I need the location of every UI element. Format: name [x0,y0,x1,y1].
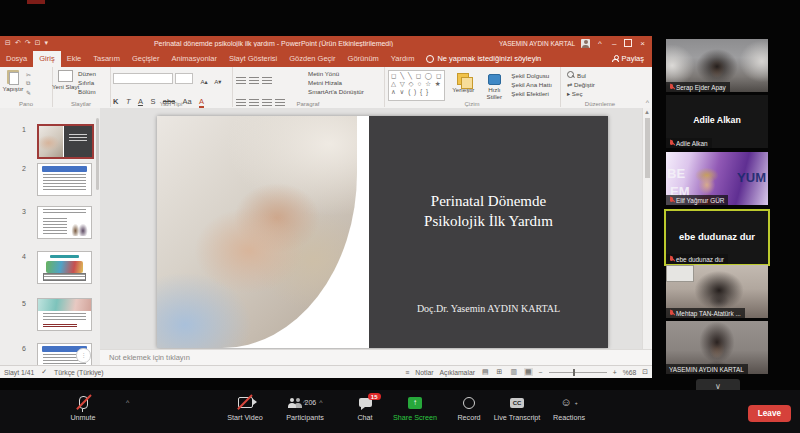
copy-icon[interactable]: ⧉ [26,80,31,87]
tab-yardim[interactable]: Yardım [385,51,421,67]
participant-tile[interactable]: Mehtap TAN-Atatürk ... [666,265,768,318]
participants-chevron[interactable]: ^ [319,399,322,406]
shape-fill-button[interactable]: Şekil Dolgusu [511,72,552,79]
notes-area[interactable]: Not eklemek için tıklayın [100,349,652,365]
replace-label: Değiştir [574,81,595,88]
ribbon-display-options-icon[interactable]: ^ [596,39,604,48]
redo-icon[interactable]: ↷ [25,39,31,47]
paste-button[interactable]: Yapıştır [0,67,26,96]
view-normal-icon[interactable]: ▤ [481,368,490,376]
shape-outline-button[interactable]: Şekil Ana Hattı [511,81,552,88]
save-icon[interactable]: ⊟ [5,39,11,47]
slide-thumbnail-2[interactable] [37,163,92,196]
participant-tile-active-speaker[interactable]: ebe dudunaz dur ebe dudunaz dur [664,209,770,266]
participant-name-label: Serap Ejder Apay [666,82,730,92]
zoom-out-icon[interactable]: − [539,369,543,376]
fit-to-window-icon[interactable]: ⊡ [642,368,648,376]
tab-gozden-gecir[interactable]: Gözden Geçir [283,51,341,67]
text-direction-button[interactable]: Metin Yönü [308,70,364,77]
participant-tile[interactable]: BE EM YUM Elif Yağmur GÜR [666,152,768,205]
indent-icon[interactable] [262,77,272,85]
align-text-button[interactable]: Metni Hizala [308,79,364,86]
cut-icon[interactable]: ✂ [26,71,31,78]
leave-button[interactable]: Leave [748,405,791,422]
tab-giris[interactable]: Giriş [33,51,60,67]
format-painter-icon[interactable]: ✎ [26,89,31,96]
slide-thumbnail-3[interactable] [37,206,92,239]
thumb-image [38,299,91,311]
find-button[interactable]: Bul [567,71,640,79]
zoom-level[interactable]: %68 [623,369,637,376]
participant-tile[interactable]: Serap Ejder Apay [666,39,768,92]
titlebar-right: YASEMIN AYDIN KARTAL ^ – × [499,39,652,48]
undo-icon[interactable]: ↶ [15,39,21,47]
unmute-button[interactable]: Unmute [48,395,118,422]
select-button[interactable]: ▸ Seç [567,90,640,97]
participants-label: Participants [286,413,324,422]
find-label: Bul [577,72,586,79]
zoom-slider-thumb[interactable] [573,369,576,376]
slide-thumbnail-4[interactable] [37,251,92,284]
participant-name-label: ebe dudunaz dur [666,254,728,264]
font-size-input[interactable] [175,73,193,84]
slide-counter: Slayt 1/41 [4,369,34,376]
comments-toggle[interactable]: Açıklamalar [439,369,475,376]
participant-center-name: ebe dudunaz dur [666,231,768,242]
reactions-button[interactable]: ☺+ Reactions [534,395,604,422]
tab-tasarim[interactable]: Tasarım [87,51,126,67]
minimize-icon[interactable]: – [610,39,618,48]
smiley-icon: ☺ [560,397,571,408]
audio-options-chevron[interactable]: ^ [126,399,129,406]
close-icon[interactable]: × [638,39,647,48]
grow-font-icon[interactable]: A▴ [200,78,207,85]
ppt-share-button[interactable]: Paylaş [604,51,652,67]
spellcheck-icon[interactable]: ✓ [41,368,47,376]
canvas-scrollbar[interactable]: ▲ [642,108,652,349]
slide-thumbnail-1[interactable] [37,124,94,159]
avatar[interactable] [581,39,590,48]
backdrop-letters: YUM [737,170,766,185]
tab-slayt-gosterisi[interactable]: Slayt Gösterisi [223,51,283,67]
bullet-list-icon[interactable] [236,77,246,85]
notes-toggle[interactable]: Notlar [415,369,433,376]
shapes-gallery[interactable]: ◻ ╲ ╲ ◻ ◯ ◻ △ ▽ ◇ ○ ☆ ★ ∧ ∨ ( ) { } [388,70,445,101]
layout-button[interactable]: Düzen [78,70,96,77]
scroll-up-icon[interactable]: ▲ [644,109,650,115]
convert-smartart-button[interactable]: SmartArt'a Dönüştür [308,88,364,95]
tell-me-box[interactable]: Ne yapmak istediğinizi söyleyin [420,51,547,67]
section-button[interactable]: Bölüm [78,88,96,95]
current-slide[interactable]: Perinatal Dönemde Psikolojik İlk Yardım … [157,116,608,348]
collapse-ribbon-icon[interactable]: ^ [646,99,649,106]
font-name-input[interactable] [113,73,173,84]
shape-effects-button[interactable]: Şekil Efektleri [511,90,552,97]
tab-ekle[interactable]: Ekle [61,51,88,67]
tab-gorunum[interactable]: Görünüm [342,51,385,67]
account-name[interactable]: YASEMIN AYDIN KARTAL [499,40,575,47]
slide-photo-hands [157,116,357,348]
reset-button[interactable]: Sıfırla [78,79,96,86]
arrange-button[interactable]: Yerleştir [449,70,477,101]
group-yazi-tipi: A▴ A▾ K T A S abc Aa A Yazı Tipi [110,67,233,107]
quick-styles-button[interactable]: Hızlı Stiller [481,70,507,101]
zoom-slider[interactable] [549,372,607,373]
view-reading-icon[interactable]: ▥ [509,368,518,376]
new-slide-button[interactable]: Yeni Slayt [52,67,78,95]
participant-tile[interactable]: YASEMIN AYDIN KARTAL [666,321,768,374]
participant-tile[interactable]: Adile Alkan Adile Alkan [666,95,768,148]
zoom-in-icon[interactable]: + [613,369,617,376]
view-sorter-icon[interactable]: ⊞ [496,368,504,376]
tab-gecisler[interactable]: Geçişler [126,51,166,67]
view-slideshow-icon[interactable]: ▦ [524,368,533,376]
tab-animasyonlar[interactable]: Animasyonlar [165,51,222,67]
language-indicator[interactable]: Türkçe (Türkiye) [54,369,103,376]
notes-resize-handle[interactable]: ⋮ [76,348,91,363]
scrollbar-thumb[interactable] [645,118,650,178]
replace-button[interactable]: ⇄ Değiştir [567,81,640,88]
shrink-font-icon[interactable]: A▾ [214,78,221,85]
restore-icon[interactable] [624,39,632,47]
slide-thumbnail-5[interactable] [37,298,92,331]
slideshow-start-icon[interactable]: ⊡ [35,39,41,47]
numbered-list-icon[interactable] [249,77,259,85]
thumbnail-scrollbar[interactable] [96,118,99,190]
tab-dosya[interactable]: Dosya [0,51,33,67]
